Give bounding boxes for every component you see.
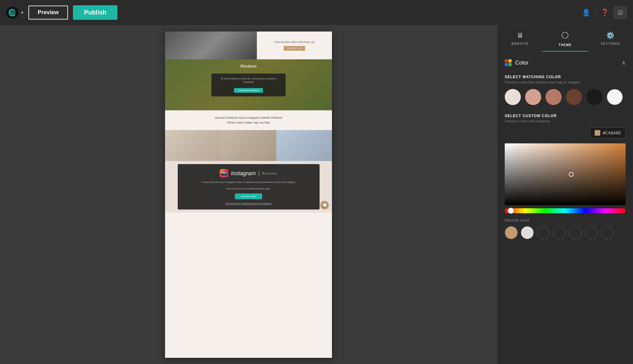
preview-chat-button[interactable]: 💬 — [320, 201, 329, 210]
hue-slider-thumb — [508, 208, 514, 214]
custom-color-hex-box[interactable]: #C49A6E — [590, 127, 626, 138]
color-section: Color ∧ SELECT MATCHING COLOR Choose a c… — [497, 52, 633, 247]
color-cell-red — [505, 59, 508, 62]
recent-swatch-0[interactable] — [505, 226, 518, 239]
topbar: ▾ Preview Publish 👤 ❓ ☑ — [0, 0, 633, 25]
instagram-logo-icon: 📷 — [220, 169, 228, 178]
preview-reviews-overlay: Reviews To show reviews on your site, co… — [165, 59, 332, 110]
color-picker-cursor — [569, 172, 574, 177]
topbar-divider — [595, 9, 596, 16]
matching-swatch-1[interactable] — [525, 89, 541, 105]
website-tab-label: WEBSITE — [511, 42, 529, 45]
preview-social-row2: TikTok Twitch Twitter Yelp YouTube — [170, 120, 327, 125]
topbar-right-icons: 👤 ❓ ☑ — [582, 6, 627, 19]
select-custom-label: SELECT CUSTOM COLOR — [505, 114, 626, 118]
website-tab-icon: 🖥 — [516, 32, 523, 40]
preview-instagram-sep: | — [258, 170, 260, 177]
svg-point-0 — [6, 6, 19, 19]
select-custom-sub: Choose a color and customize — [505, 119, 626, 123]
preview-instagram-card: 📷 Instagram | Business To add photos fro… — [178, 164, 320, 210]
color-section-header: Color ∧ — [505, 59, 626, 66]
tab-website[interactable]: 🖥 WEBSITE — [497, 32, 542, 52]
preview-hero-image — [165, 32, 257, 59]
select-matching-sub: Choose a color that matches your logo or… — [505, 80, 626, 84]
preview-instagram-desc1: To add photos from your Instagram creato… — [202, 181, 296, 184]
help-icon[interactable]: ❓ — [601, 9, 609, 17]
preview-connect-now-button[interactable]: Connect Now — [235, 193, 262, 199]
theme-tab-icon — [561, 32, 569, 41]
settings-tab-label: SETTINGS — [601, 42, 620, 45]
matching-swatch-2[interactable] — [546, 89, 562, 105]
recent-swatch-5[interactable] — [585, 226, 598, 239]
preview-instagram-section: 📷 Instagram | Business To add photos fro… — [165, 130, 332, 213]
preview-connect-facebook-button[interactable]: Connect to Facebook — [234, 88, 263, 93]
preview-hero-content: Find durable styles that keep up! CONTAC… — [257, 32, 332, 59]
recently-used-swatches — [505, 226, 626, 239]
logo-dropdown-chevron[interactable]: ▾ — [21, 10, 23, 15]
recent-swatch-6[interactable] — [601, 226, 614, 239]
select-matching-label: SELECT MATCHING COLOR — [505, 75, 626, 79]
color-section-title: Color — [515, 60, 529, 66]
preview-instagram-brand: 📷 Instagram | Business — [220, 169, 277, 178]
preview-button[interactable]: Preview — [28, 6, 68, 19]
canvas-area[interactable]: Find durable styles that keep up! CONTAC… — [0, 25, 497, 364]
panel-tabs: 🖥 WEBSITE THEME ⚙️ SETTINGS — [497, 25, 633, 52]
preview-instagram-name: Instagram — [231, 170, 256, 177]
recent-swatch-4[interactable] — [569, 226, 582, 239]
recently-used-label: Recently Used — [505, 218, 626, 222]
svg-point-1 — [562, 32, 568, 38]
custom-color-swatch — [595, 130, 600, 136]
recent-swatch-3[interactable] — [553, 226, 566, 239]
color-section-collapse-button[interactable]: ∧ — [622, 59, 626, 66]
settings-tab-icon: ⚙️ — [606, 32, 614, 40]
preview-social-links: Discord Facebook Houzz Instagram LinkedI… — [165, 110, 332, 130]
matching-swatch-0[interactable] — [505, 89, 521, 105]
preview-insta-photo-3 — [276, 130, 332, 161]
custom-color-hex-text: #C49A6E — [603, 130, 621, 135]
preview-social-row1: Discord Facebook Houzz Instagram LinkedI… — [170, 115, 327, 120]
matching-color-swatches — [505, 89, 626, 105]
recent-swatch-1[interactable] — [521, 226, 534, 239]
tab-settings[interactable]: ⚙️ SETTINGS — [588, 32, 633, 52]
color-grid-icon — [505, 59, 512, 66]
preview-insta-photo-2 — [221, 130, 276, 161]
custom-color-row: #C49A6E — [505, 127, 626, 138]
color-cell-green — [508, 63, 512, 66]
user-icon[interactable]: 👤 — [582, 9, 590, 17]
preview-insta-photo-1 — [165, 130, 221, 161]
color-cell-yellow — [508, 59, 512, 62]
color-picker-area — [505, 143, 626, 213]
preview-reviews-title: Reviews — [240, 64, 257, 69]
matching-swatch-3[interactable] — [566, 89, 582, 105]
color-title-area: Color — [505, 59, 529, 66]
select-matching-color-block: SELECT MATCHING COLOR Choose a color tha… — [505, 75, 626, 105]
hue-slider-track[interactable] — [505, 208, 626, 213]
theme-tab-label: THEME — [559, 43, 572, 47]
checklist-button[interactable]: ☑ — [614, 6, 627, 19]
color-cell-blue — [505, 63, 508, 66]
preview-contact-button[interactable]: CONTACT US — [284, 46, 305, 51]
preview-instagram-business: Business — [262, 172, 277, 175]
publish-button[interactable]: Publish — [73, 5, 117, 20]
preview-instagram-desc2: first connect to your Facebook business … — [227, 187, 271, 191]
matching-swatch-4[interactable] — [586, 89, 602, 105]
recent-swatch-2[interactable] — [537, 226, 550, 239]
website-preview: Find durable styles that keep up! CONTAC… — [165, 32, 332, 358]
preview-instagram-link[interactable]: How to link your Instagram account to Fa… — [225, 202, 272, 205]
matching-swatch-5[interactable] — [607, 89, 623, 105]
logo-area: ▾ — [6, 6, 23, 19]
main-layout: Find durable styles that keep up! CONTAC… — [0, 25, 633, 364]
preview-reviews-section: Reviews To show reviews on your site, co… — [165, 59, 332, 110]
preview-hero-section: Find durable styles that keep up! CONTAC… — [165, 32, 332, 59]
tab-theme[interactable]: THEME — [542, 32, 588, 52]
preview-instagram-photos — [165, 130, 332, 161]
preview-reviews-card: To show reviews on your site, connect yo… — [211, 74, 286, 96]
preview-hero-text: Find durable styles that keep up! — [274, 40, 314, 44]
color-gradient-box[interactable] — [505, 143, 626, 205]
preview-reviews-card-text: To show reviews on your site, connect yo… — [218, 77, 279, 84]
godaddy-logo-icon — [6, 6, 19, 19]
select-custom-color-block: SELECT CUSTOM COLOR Choose a color and c… — [505, 114, 626, 239]
right-panel: 🖥 WEBSITE THEME ⚙️ SETTINGS — [497, 25, 633, 364]
